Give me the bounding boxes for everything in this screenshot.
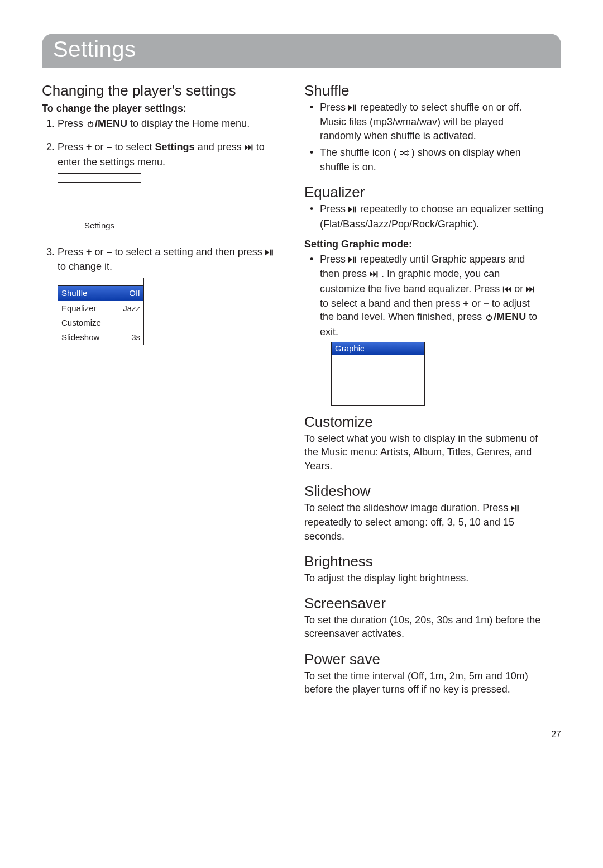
- heading-screensaver: Screensaver: [304, 595, 544, 612]
- svg-marker-28: [511, 505, 515, 512]
- eqg-a: Press: [320, 254, 348, 265]
- shuffle-b1-a: Press: [320, 102, 348, 113]
- prev-icon: [502, 283, 511, 297]
- svg-marker-24: [529, 286, 533, 292]
- heading-powersave: Power save: [304, 651, 544, 668]
- step3-a: Press: [58, 246, 86, 257]
- row-k: Customize: [61, 317, 101, 328]
- svg-marker-21: [505, 286, 508, 292]
- eqg-minus: –: [484, 298, 489, 309]
- step3-minus: –: [107, 246, 112, 257]
- content-columns: Changing the player's settings To change…: [42, 78, 561, 696]
- step3-b: to select a setting and then press: [112, 246, 265, 257]
- svg-rect-30: [518, 505, 519, 512]
- next-icon: [370, 268, 379, 282]
- svg-marker-17: [370, 271, 373, 278]
- step3-c: to change it.: [58, 261, 112, 272]
- step2-settings: Settings: [155, 141, 195, 152]
- svg-rect-29: [515, 505, 516, 512]
- step1-text-a: Press: [58, 118, 86, 129]
- row-k: Shuffle: [61, 288, 87, 299]
- subheading-graphic-mode: Setting Graphic mode:: [304, 239, 544, 250]
- steps-list: Press /MENU to display the Home menu. Pr…: [42, 117, 282, 345]
- svg-rect-20: [503, 286, 504, 292]
- heading-equalizer: Equalizer: [304, 184, 544, 201]
- screenshot-graphic: Graphic: [331, 342, 425, 406]
- step2-a: Press: [58, 141, 86, 152]
- step1-menu: /MENU: [95, 118, 127, 129]
- play-pause-icon: [265, 246, 274, 260]
- eqg-plus: +: [463, 298, 469, 309]
- svg-rect-4: [251, 145, 252, 151]
- page-number: 27: [42, 729, 561, 740]
- svg-rect-13: [355, 207, 356, 213]
- svg-marker-11: [348, 207, 352, 213]
- step3-or: or: [92, 246, 107, 257]
- screenshot3-label: Graphic: [332, 342, 424, 355]
- subheading-to-change: To change the player settings:: [42, 103, 282, 115]
- powersave-text: To set the time interval (Off, 1m, 2m, 5…: [304, 669, 544, 697]
- page: Settings Changing the player's settings …: [0, 0, 603, 762]
- row-v: Off: [129, 288, 140, 299]
- slide-a: To select the slideshow image duration. …: [304, 502, 511, 513]
- eq-b1-a: Press: [320, 203, 348, 214]
- svg-rect-12: [353, 207, 354, 213]
- step2-b: to select: [112, 141, 155, 152]
- screensaver-text: To set the duration (10s, 20s, 30s and 1…: [304, 613, 544, 641]
- row-slideshow: Slideshow 3s: [58, 330, 143, 345]
- right-column: Shuffle Press repeatedly to select shuff…: [304, 78, 544, 696]
- play-pause-icon: [348, 203, 357, 217]
- next-icon: [245, 141, 253, 155]
- screenshot-titlebar: [58, 174, 141, 183]
- shuffle-b1: Press repeatedly to select shuffle on or…: [320, 101, 544, 142]
- eq-graphic-bullets: Press repeatedly until Graphic appears a…: [304, 252, 544, 406]
- step2-plus: +: [86, 141, 92, 152]
- row-shuffle: Shuffle Off: [58, 286, 143, 301]
- shuffle-icon: [400, 147, 409, 160]
- step3-plus: +: [86, 246, 92, 257]
- heading-changing-settings: Changing the player's settings: [42, 82, 282, 99]
- svg-marker-18: [373, 271, 376, 278]
- svg-rect-16: [355, 257, 356, 263]
- left-column: Changing the player's settings To change…: [42, 78, 282, 696]
- slideshow-text: To select the slideshow image duration. …: [304, 501, 544, 543]
- heading-shuffle: Shuffle: [304, 82, 544, 99]
- step1-text-b: to display the Home menu.: [127, 118, 250, 129]
- row-v: 3s: [131, 332, 140, 343]
- eq-graphic-b: Press repeatedly until Graphic appears a…: [320, 252, 544, 406]
- play-pause-icon: [348, 102, 357, 115]
- next-icon: [526, 283, 535, 297]
- title-bar: Settings: [42, 34, 561, 68]
- power-icon: [86, 118, 95, 131]
- eqg-or2: or: [469, 298, 484, 309]
- svg-marker-23: [526, 286, 529, 292]
- screenshot-settings-list: Shuffle Off Equalizer Jazz Customize: [58, 278, 144, 345]
- step-1: Press /MENU to display the Home menu.: [58, 117, 282, 131]
- step-2: Press + or – to select Settings and pres…: [58, 140, 282, 236]
- svg-rect-7: [271, 250, 272, 256]
- page-title: Settings: [53, 37, 550, 62]
- shuffle-b2-a: The shuffle icon (: [320, 147, 400, 158]
- brightness-text: To adjust the display light brightness.: [304, 571, 544, 585]
- step2-c: and press: [195, 141, 245, 152]
- heading-slideshow: Slideshow: [304, 483, 544, 500]
- eqg-or: or: [511, 283, 526, 294]
- svg-rect-15: [353, 257, 354, 263]
- row-k: Slideshow: [61, 332, 99, 343]
- svg-marker-5: [265, 250, 269, 256]
- slide-b: repeatedly to select among: off, 3, 5, 1…: [304, 517, 514, 541]
- step-3: Press + or – to select a setting and the…: [58, 245, 282, 346]
- customize-text: To select what you wish to display in th…: [304, 432, 544, 473]
- row-equalizer: Equalizer Jazz: [58, 301, 143, 316]
- svg-marker-8: [348, 105, 352, 111]
- eq-b1: Press repeatedly to choose an equalizer …: [320, 202, 544, 231]
- play-pause-icon: [348, 254, 357, 267]
- svg-marker-2: [245, 145, 248, 151]
- row-v: Jazz: [123, 303, 140, 314]
- screenshot-body: Settings: [58, 183, 141, 236]
- eq-bullets: Press repeatedly to choose an equalizer …: [304, 202, 544, 231]
- step2-minus: –: [107, 141, 112, 152]
- svg-rect-19: [377, 271, 378, 278]
- play-pause-icon: [511, 502, 520, 516]
- heading-customize: Customize: [304, 413, 544, 431]
